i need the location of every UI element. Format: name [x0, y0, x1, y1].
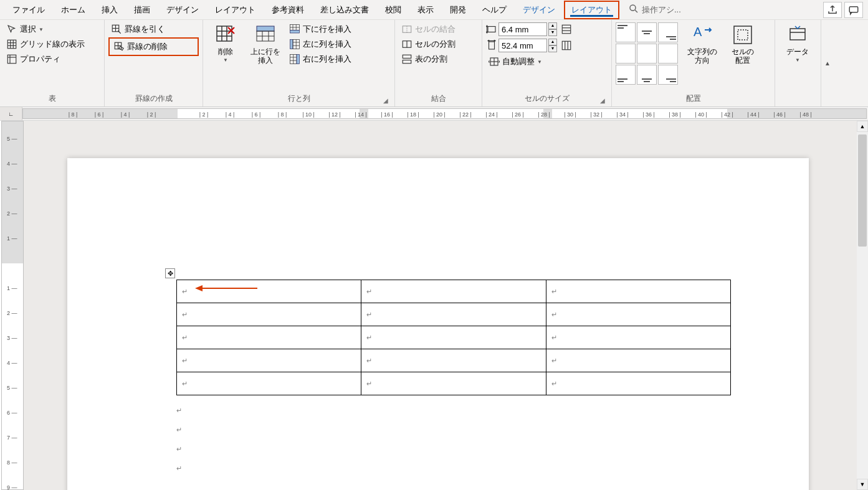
cell-margins-button[interactable]: セルの 配置: [727, 22, 759, 67]
table-cell[interactable]: ↵: [546, 303, 730, 326]
menu-design[interactable]: デザイン: [159, 1, 206, 19]
horizontal-ruler-scale[interactable]: | 8 || 6 || 4 || 2 || 2 || 4 || 6 || 8 |…: [22, 108, 867, 119]
horizontal-ruler[interactable]: ∟ | 8 || 6 || 4 || 2 || 2 || 4 || 6 || 8…: [0, 107, 868, 121]
menu-view[interactable]: 表示: [410, 1, 441, 19]
dialog-launcher-rows-cols[interactable]: ◢: [382, 97, 389, 104]
table-cell[interactable]: ↵: [361, 303, 546, 326]
table-row[interactable]: ↵↵↵: [177, 326, 731, 349]
page-content[interactable]: ✥ ↵↵↵↵↵↵↵↵↵↵↵↵↵↵↵ ↵ ↵ ↵ ↵ ↵ ↵ ↵ ↵ ↵: [176, 280, 857, 473]
insert-below-button[interactable]: 下に行を挿入: [287, 22, 354, 36]
table-row[interactable]: ↵↵↵: [177, 280, 731, 303]
paragraph-mark[interactable]: ↵: [176, 445, 857, 453]
paragraph-mark[interactable]: ↵: [176, 464, 857, 473]
table-cell[interactable]: ↵: [361, 280, 546, 303]
split-cells-button[interactable]: セルの分割: [399, 37, 458, 51]
insert-above-button[interactable]: 上に行を 挿入: [247, 22, 284, 67]
menu-layout[interactable]: レイアウト: [207, 1, 263, 19]
table-row[interactable]: ↵↵↵: [177, 303, 731, 326]
align-top-left[interactable]: [616, 22, 636, 42]
split-table-button[interactable]: 表の分割: [399, 52, 458, 66]
align-bottom-left[interactable]: [616, 65, 636, 85]
align-top-right[interactable]: [658, 22, 678, 42]
collapse-ribbon-button[interactable]: ▲: [821, 20, 834, 106]
row-height-input[interactable]: [498, 22, 547, 36]
col-width-input[interactable]: [498, 39, 547, 52]
menu-developer[interactable]: 開発: [442, 1, 474, 19]
table-cell[interactable]: ↵: [546, 280, 730, 303]
tell-me-placeholder: 操作アシ...: [642, 4, 681, 16]
insert-right-label: 右に列を挿入: [303, 54, 351, 65]
align-top-center[interactable]: [637, 22, 657, 42]
dialog-launcher-cell-size[interactable]: ◢: [599, 97, 606, 104]
svg-rect-51: [488, 27, 495, 32]
menu-references[interactable]: 参考資料: [264, 1, 312, 19]
select-button[interactable]: 選択 ▼: [4, 22, 87, 36]
vertical-scrollbar[interactable]: ▲ ▼: [857, 121, 868, 490]
eraser-button[interactable]: 罫線の削除: [108, 37, 199, 56]
vertical-ruler[interactable]: 5 —4 —3 —2 —1 —1 —2 —3 —4 —5 —6 —7 —8 —9…: [1, 121, 24, 490]
menu-mailings[interactable]: 差し込み文書: [313, 1, 376, 19]
draw-table-button[interactable]: 罫線を引く: [108, 22, 199, 36]
scroll-up-button[interactable]: ▲: [857, 121, 868, 132]
data-button[interactable]: データ ▼: [779, 22, 816, 65]
share-button[interactable]: [823, 2, 842, 18]
table-cell[interactable]: ↵: [177, 326, 361, 349]
table-cell[interactable]: ↵: [546, 349, 730, 372]
document-table[interactable]: ↵↵↵↵↵↵↵↵↵↵↵↵↵↵↵: [176, 280, 731, 395]
table-cell[interactable]: ↵: [177, 349, 361, 372]
menu-insert[interactable]: 挿入: [94, 1, 125, 19]
table-cell[interactable]: ↵: [177, 372, 361, 395]
table-cell[interactable]: ↵: [361, 349, 546, 372]
ribbon: 選択 ▼ グリッド線の表示 プロパティ 表 罫線を引く: [0, 20, 868, 107]
table-cell[interactable]: ↵: [361, 372, 546, 395]
tell-me-search[interactable]: 操作アシ...: [628, 3, 681, 16]
col-width-down[interactable]: ▼: [548, 45, 557, 52]
scroll-thumb[interactable]: [858, 134, 867, 247]
document-area[interactable]: ✥ ↵↵↵↵↵↵↵↵↵↵↵↵↵↵↵ ↵ ↵ ↵ ↵ ↵ ↵ ↵ ↵ ↵: [24, 121, 857, 490]
insert-right-button[interactable]: 右に列を挿入: [287, 52, 354, 66]
paragraph-mark[interactable]: ↵: [176, 426, 857, 434]
table-cell[interactable]: ↵: [177, 303, 361, 326]
svg-text:A: A: [694, 25, 702, 39]
table-row[interactable]: ↵↵↵: [177, 349, 731, 372]
align-middle-left[interactable]: [616, 44, 636, 64]
menu-help[interactable]: ヘルプ: [475, 1, 514, 19]
distribute-rows-icon[interactable]: [561, 24, 572, 35]
align-bottom-right[interactable]: [658, 65, 678, 85]
properties-button[interactable]: プロパティ: [4, 52, 87, 66]
table-cell[interactable]: ↵: [546, 372, 730, 395]
group-label-rows-cols: 行と列 ◢: [207, 92, 391, 105]
menu-draw[interactable]: 描画: [126, 1, 158, 19]
table-move-handle[interactable]: ✥: [165, 268, 175, 278]
align-bottom-center[interactable]: [637, 65, 657, 85]
comments-button[interactable]: [844, 2, 863, 18]
menu-review[interactable]: 校閲: [378, 1, 409, 19]
col-width-up[interactable]: ▲: [548, 39, 557, 45]
tabletools-layout-tab[interactable]: レイアウト: [564, 1, 619, 19]
menu-home[interactable]: ホーム: [54, 1, 93, 19]
paragraph-mark[interactable]: ↵: [176, 407, 857, 415]
table-cell[interactable]: ↵: [361, 326, 546, 349]
distribute-cols-icon[interactable]: [561, 40, 572, 51]
text-direction-button[interactable]: A 文字列の 方向: [683, 22, 722, 67]
view-gridlines-button[interactable]: グリッド線の表示: [4, 37, 87, 51]
svg-rect-2: [849, 6, 858, 12]
scroll-down-button[interactable]: ▼: [857, 479, 868, 490]
scroll-track[interactable]: [857, 132, 868, 479]
menu-file[interactable]: ファイル: [5, 1, 52, 19]
svg-rect-45: [403, 26, 411, 33]
align-middle-right[interactable]: [658, 44, 678, 64]
insert-left-button[interactable]: 左に列を挿入: [287, 37, 354, 51]
svg-marker-71: [195, 285, 203, 291]
table-row[interactable]: ↵↵↵: [177, 372, 731, 395]
row-height-down[interactable]: ▼: [548, 29, 557, 36]
ruler-corner[interactable]: ∟: [0, 107, 22, 120]
row-height-up[interactable]: ▲: [548, 22, 557, 29]
delete-button[interactable]: 削除 ▼: [207, 22, 244, 65]
svg-rect-8: [7, 55, 16, 64]
autofit-button[interactable]: 自動調整 ▼: [486, 55, 572, 68]
grid-icon: [6, 39, 17, 50]
table-cell[interactable]: ↵: [546, 326, 730, 349]
tabletools-design-tab[interactable]: デザイン: [515, 1, 563, 19]
align-middle-center[interactable]: [637, 44, 657, 64]
